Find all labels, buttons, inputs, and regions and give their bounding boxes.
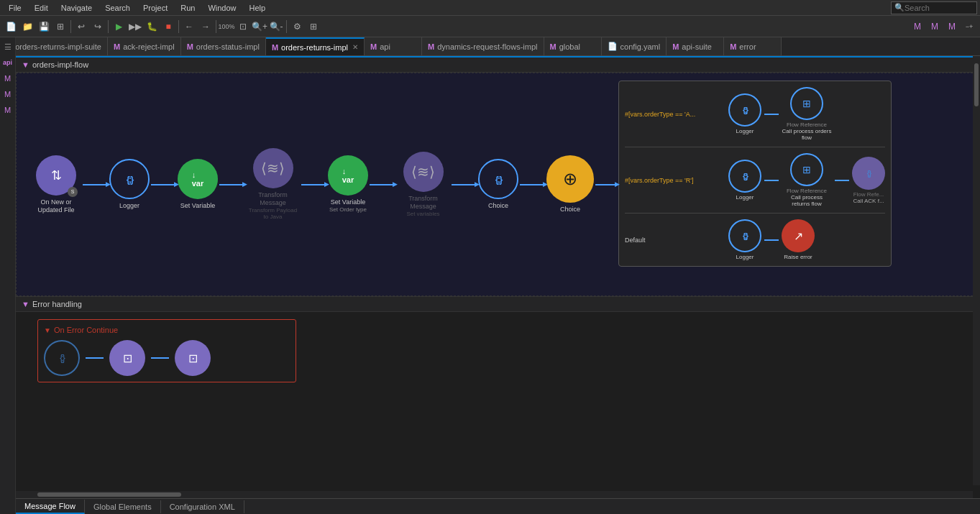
err-node2[interactable]: ⊡: [109, 340, 145, 376]
error-section-header[interactable]: ▼ Error handling: [16, 297, 980, 312]
bottom-tab-global-elements[interactable]: Global Elements: [85, 500, 161, 513]
setvar1-circle[interactable]: ↓var: [178, 159, 218, 199]
new-btn[interactable]: 📄: [3, 19, 19, 35]
route2-flowref1[interactable]: ⊞ Flow Reference Call process returns fl…: [782, 153, 832, 207]
tab-4[interactable]: M api: [365, 37, 422, 56]
sftp-circle[interactable]: ⇅ S: [36, 155, 76, 196]
err1-icon: {;}: [60, 353, 63, 363]
debug-btn[interactable]: 🐛: [144, 19, 160, 35]
route2-flowref1-sublabel: Call process returns flow: [782, 194, 832, 207]
v-scroll-thumb[interactable]: [974, 63, 979, 106]
sidebar-icon-3[interactable]: M: [1, 72, 14, 85]
route3-logger[interactable]: {;} Logger: [728, 219, 761, 260]
route3-logger-circle[interactable]: {;}: [728, 219, 761, 252]
node-transform1[interactable]: ⟨≋⟩ Transform Message Transform Payload …: [246, 148, 300, 221]
transform2-circle[interactable]: ⟨≋⟩: [403, 152, 444, 192]
logger2-circle[interactable]: {;}: [478, 159, 518, 199]
route3-raise-circle[interactable]: ↗: [782, 219, 815, 252]
route-2: #[vars.orderType == 'R'] {;} Logger: [625, 153, 885, 207]
sidebar-icon-4[interactable]: M: [1, 88, 14, 101]
open-btn[interactable]: 📁: [19, 19, 35, 35]
run-as-btn[interactable]: ▶▶: [127, 19, 143, 35]
node-choice[interactable]: ⊕ Choice: [546, 155, 594, 214]
settings-btn[interactable]: ⚙: [289, 19, 305, 35]
menu-navigate[interactable]: Navigate: [55, 2, 98, 14]
redo-btn[interactable]: ↪: [90, 19, 106, 35]
search-input[interactable]: [905, 4, 962, 12]
bottom-tab-message-flow[interactable]: Message Flow: [16, 500, 85, 514]
err2-circle[interactable]: ⊡: [109, 340, 145, 376]
run-btn[interactable]: ▶: [111, 19, 127, 35]
mule-icon2[interactable]: M: [927, 19, 943, 35]
route3-raise[interactable]: ↗ Raise error: [782, 219, 815, 260]
tab-5[interactable]: M dynamics-request-flows-impl: [422, 37, 544, 56]
on-error-label: On Error Continue: [54, 326, 118, 334]
menu-search[interactable]: Search: [99, 2, 136, 14]
zoom-in-btn[interactable]: 🔍+: [252, 19, 267, 35]
mule-icon1[interactable]: M: [910, 19, 925, 35]
route2-logger[interactable]: {;} Logger: [728, 160, 761, 201]
zoom-control[interactable]: −+: [961, 19, 977, 35]
h-scrollbar[interactable]: [16, 491, 973, 498]
menu-edit[interactable]: Edit: [29, 2, 54, 14]
zoom-btn[interactable]: 100%: [219, 19, 234, 35]
grid-btn[interactable]: ⊞: [306, 19, 321, 35]
sidebar-icon-5[interactable]: M: [1, 104, 14, 116]
node-setvar1[interactable]: ↓var Set Variable: [178, 159, 218, 210]
stop-btn[interactable]: ■: [160, 19, 176, 35]
route2-flowref1-circle[interactable]: ⊞: [790, 153, 823, 186]
menu-project[interactable]: Project: [137, 2, 173, 14]
err1-circle[interactable]: {;}: [44, 340, 80, 376]
route2-logger-circle[interactable]: {;}: [728, 160, 761, 193]
menu-run[interactable]: Run: [175, 2, 201, 14]
save-all-btn[interactable]: ⊞: [52, 19, 68, 35]
tab-0[interactable]: M orders-returns-impl-suite: [0, 37, 108, 56]
route1-flowref-circle[interactable]: ⊞: [790, 87, 823, 120]
setvar2-label: Set Variable: [331, 198, 365, 206]
node-setvar2[interactable]: ↓var Set Variable Set Order type: [328, 155, 368, 213]
tab-2[interactable]: M orders-status-impl: [181, 37, 266, 56]
choice-circle[interactable]: ⊕: [546, 155, 594, 203]
route1-flowref[interactable]: ⊞ Flow Reference Call process orders flo…: [782, 87, 832, 141]
back-btn[interactable]: ←: [181, 19, 197, 35]
tab-6[interactable]: M global: [544, 37, 602, 56]
node-logger1[interactable]: {;} Logger: [109, 159, 150, 210]
node-logger2[interactable]: {;} Choice: [478, 159, 518, 210]
tab-icon-1: M: [114, 42, 120, 51]
bottom-tab-config-xml[interactable]: Configuration XML: [161, 500, 244, 513]
transform1-circle[interactable]: ⟨≋⟩: [253, 148, 293, 188]
h-scroll-thumb[interactable]: [37, 492, 181, 497]
setvar2-circle[interactable]: ↓var: [328, 155, 368, 196]
fit-btn[interactable]: ⊡: [235, 19, 251, 35]
logger1-circle[interactable]: {;}: [109, 159, 150, 199]
err-node3[interactable]: ⊡: [175, 340, 211, 376]
tab-8[interactable]: M api-suite: [667, 37, 724, 56]
tab-3[interactable]: M orders-returns-impl ✕: [266, 37, 365, 56]
route2-flowref2[interactable]: {;} Flow Refe... Call ACK f...: [852, 157, 885, 204]
tab-1[interactable]: M ack-reject-impl: [108, 37, 181, 56]
menu-help[interactable]: Help: [244, 2, 272, 14]
route1-logger-circle[interactable]: {;}: [728, 93, 761, 127]
node-sftp[interactable]: ⇅ S On New or Updated File: [31, 155, 81, 214]
tab-7[interactable]: 📄 config.yaml: [602, 37, 667, 56]
v-scrollbar[interactable]: [973, 56, 980, 485]
undo-btn[interactable]: ↩: [73, 19, 89, 35]
tab-9[interactable]: M error: [724, 37, 782, 56]
route2-flowref2-circle[interactable]: {;}: [852, 157, 885, 190]
menu-window[interactable]: Window: [202, 2, 242, 14]
err3-circle[interactable]: ⊡: [175, 340, 211, 376]
forward-btn[interactable]: →: [198, 19, 214, 35]
sidebar-icon-api[interactable]: api: [1, 56, 14, 69]
flow-container[interactable]: ▼ orders-impl-flow ⇅ S On New or Updated…: [16, 56, 980, 485]
zoom-out-btn[interactable]: 🔍-: [268, 19, 284, 35]
save-btn[interactable]: 💾: [36, 19, 52, 35]
route1-logger[interactable]: {;} Logger: [728, 93, 761, 134]
sidebar-icon-1[interactable]: ☰: [1, 40, 14, 53]
setvar2-icon: ↓var: [342, 167, 354, 184]
mule-icon3[interactable]: M: [944, 19, 960, 35]
err-node1[interactable]: {;}: [44, 340, 80, 376]
tab-close-3[interactable]: ✕: [352, 43, 358, 51]
node-transform2[interactable]: ⟨≋⟩ Transform Message Set variables: [396, 152, 450, 217]
menu-file[interactable]: File: [3, 2, 27, 14]
flow-section-header[interactable]: ▼ orders-impl-flow: [16, 56, 980, 73]
